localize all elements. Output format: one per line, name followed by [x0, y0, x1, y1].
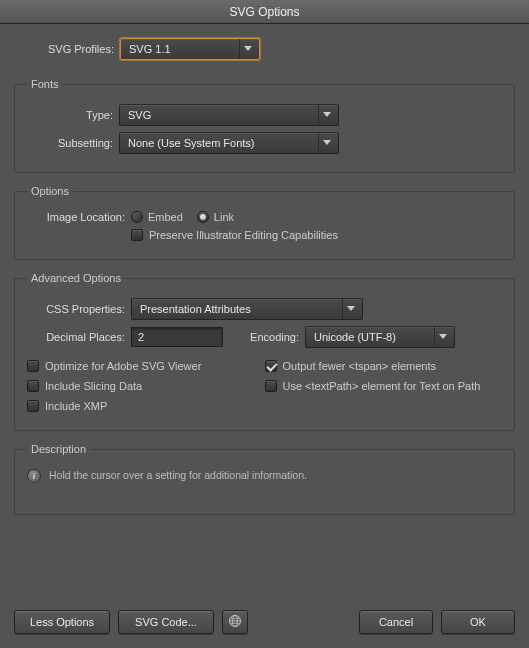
- checkbox-icon: [27, 380, 39, 392]
- fonts-group: Fonts Type: SVG Subsetting: None (Use Sy…: [14, 78, 515, 173]
- dialog-content: SVG Profiles: SVG 1.1 Fonts Type: SVG: [0, 24, 529, 600]
- titlebar: SVG Options: [0, 0, 529, 24]
- svg-profiles-label: SVG Profiles:: [14, 43, 120, 55]
- description-text: Hold the cursor over a setting for addit…: [49, 469, 307, 481]
- dialog-footer: Less Options SVG Code... Cancel OK: [0, 600, 529, 648]
- use-textpath-checkbox[interactable]: Use <textPath> element for Text on Path: [265, 380, 481, 392]
- encoding-value: Unicode (UTF-8): [314, 331, 396, 343]
- window-title: SVG Options: [229, 5, 299, 19]
- optimize-label: Optimize for Adobe SVG Viewer: [45, 360, 201, 372]
- css-properties-value: Presentation Attributes: [140, 303, 251, 315]
- subsetting-select[interactable]: None (Use System Fonts): [119, 132, 339, 154]
- font-type-label: Type:: [27, 109, 119, 121]
- checkbox-icon: [265, 380, 277, 392]
- embed-label: Embed: [148, 211, 183, 223]
- textpath-label: Use <textPath> element for Text on Path: [283, 380, 481, 392]
- decimal-places-label: Decimal Places:: [27, 331, 131, 343]
- css-properties-select[interactable]: Presentation Attributes: [131, 298, 363, 320]
- checkbox-icon: [27, 360, 39, 372]
- chevron-down-icon: [342, 299, 358, 319]
- advanced-options-group: Advanced Options CSS Properties: Present…: [14, 272, 515, 431]
- font-type-value: SVG: [128, 109, 151, 121]
- svg-profiles-value: SVG 1.1: [129, 43, 171, 55]
- link-label: Link: [214, 211, 234, 223]
- chevron-down-icon: [239, 39, 255, 59]
- css-properties-label: CSS Properties:: [27, 303, 131, 315]
- image-location-label: Image Location:: [27, 211, 131, 223]
- include-slicing-checkbox[interactable]: Include Slicing Data: [27, 380, 142, 392]
- encoding-label: Encoding:: [223, 331, 305, 343]
- globe-icon: [228, 614, 242, 630]
- checkbox-icon: [27, 400, 39, 412]
- radio-icon: [131, 211, 143, 223]
- info-icon: i: [27, 469, 41, 483]
- chevron-down-icon: [318, 133, 334, 153]
- preserve-ai-label: Preserve Illustrator Editing Capabilitie…: [149, 229, 338, 241]
- output-fewer-tspan-checkbox[interactable]: Output fewer <tspan> elements: [265, 360, 436, 372]
- preserve-ai-checkbox[interactable]: Preserve Illustrator Editing Capabilitie…: [131, 229, 338, 241]
- checkbox-icon: [131, 229, 143, 241]
- description-group: Description i Hold the cursor over a set…: [14, 443, 515, 515]
- advanced-legend: Advanced Options: [27, 272, 125, 284]
- subsetting-label: Subsetting:: [27, 137, 119, 149]
- decimal-places-input[interactable]: 2: [131, 327, 223, 347]
- checkbox-icon: [265, 360, 277, 372]
- less-options-button[interactable]: Less Options: [14, 610, 110, 634]
- chevron-down-icon: [434, 327, 450, 347]
- description-legend: Description: [27, 443, 90, 455]
- chevron-down-icon: [318, 105, 334, 125]
- options-group: Options Image Location: Embed Link Prese…: [14, 185, 515, 260]
- decimal-places-value: 2: [138, 331, 144, 343]
- ok-button[interactable]: OK: [441, 610, 515, 634]
- optimize-svg-viewer-checkbox[interactable]: Optimize for Adobe SVG Viewer: [27, 360, 201, 372]
- svg-profiles-select[interactable]: SVG 1.1: [120, 38, 260, 60]
- image-location-link-radio[interactable]: Link: [197, 211, 234, 223]
- slicing-label: Include Slicing Data: [45, 380, 142, 392]
- encoding-select[interactable]: Unicode (UTF-8): [305, 326, 455, 348]
- image-location-embed-radio[interactable]: Embed: [131, 211, 183, 223]
- subsetting-value: None (Use System Fonts): [128, 137, 255, 149]
- xmp-label: Include XMP: [45, 400, 107, 412]
- svg-code-button[interactable]: SVG Code...: [118, 610, 214, 634]
- options-legend: Options: [27, 185, 73, 197]
- svg-options-dialog: SVG Options SVG Profiles: SVG 1.1 Fonts …: [0, 0, 529, 648]
- fonts-legend: Fonts: [27, 78, 63, 90]
- preview-browser-button[interactable]: [222, 610, 248, 634]
- radio-icon: [197, 211, 209, 223]
- font-type-select[interactable]: SVG: [119, 104, 339, 126]
- include-xmp-checkbox[interactable]: Include XMP: [27, 400, 107, 412]
- cancel-button[interactable]: Cancel: [359, 610, 433, 634]
- output-fewer-label: Output fewer <tspan> elements: [283, 360, 436, 372]
